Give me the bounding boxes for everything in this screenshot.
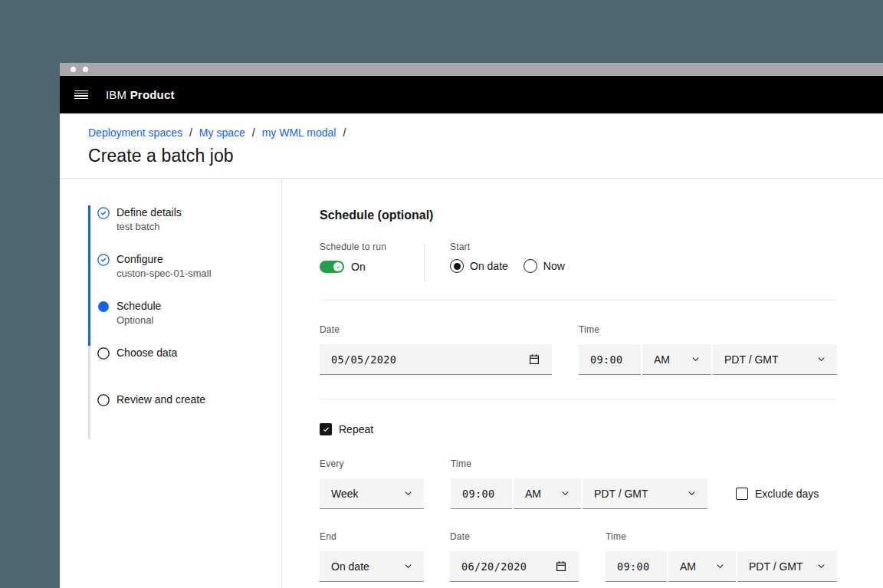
radio-label: Now: [543, 260, 565, 272]
step-configure[interactable]: Configure custon-spec-01-small: [88, 252, 281, 299]
schedule-to-run-label: Schedule to run: [320, 241, 424, 252]
end-label: End: [320, 531, 424, 542]
repeat-time-input[interactable]: 09:00: [451, 478, 512, 509]
timezone-value: PDT / GMT: [594, 488, 648, 500]
breadcrumb-my-wml-modal[interactable]: my WML modal: [262, 126, 336, 139]
breadcrumb-separator: /: [189, 126, 192, 139]
chevron-down-icon: [817, 562, 826, 570]
step-label: Review and create: [117, 393, 205, 406]
app-window: IBM Product Deployment spaces / My space…: [60, 63, 883, 588]
step-choose-data[interactable]: Choose data: [88, 346, 281, 393]
step-label: Configure: [117, 253, 212, 266]
every-label: Every: [320, 458, 424, 469]
breadcrumb-separator: /: [343, 126, 346, 139]
empty-circle-icon: [97, 394, 110, 406]
schedule-toggle[interactable]: [320, 261, 344, 273]
step-label: Define details: [117, 206, 182, 219]
section-heading: Schedule (optional): [320, 209, 837, 222]
page-title: Create a batch job: [88, 146, 883, 166]
time-value: 09:00: [617, 560, 650, 573]
step-define-details[interactable]: Define details test batch: [88, 205, 281, 252]
window-titlebar[interactable]: [60, 63, 883, 76]
repeat-meridiem-select[interactable]: AM: [514, 478, 581, 509]
end-time-input[interactable]: 09:00: [606, 551, 667, 582]
brand-prefix: IBM: [106, 88, 130, 101]
breadcrumb-deployment-spaces[interactable]: Deployment spaces: [88, 126, 182, 139]
meridiem-value: AM: [525, 488, 541, 500]
window-control-dot[interactable]: [71, 67, 76, 72]
step-label: Schedule: [117, 300, 161, 313]
app-header: IBM Product: [60, 76, 883, 113]
every-select[interactable]: Week: [320, 478, 424, 509]
time-value: 09:00: [590, 353, 623, 366]
meridiem-value: AM: [680, 560, 696, 573]
every-value: Week: [331, 488, 359, 500]
repeat-timezone-select[interactable]: PDT / GMT: [583, 478, 707, 509]
chevron-down-icon: [691, 355, 700, 363]
time-label: Time: [606, 531, 837, 542]
exclude-days-row[interactable]: Exclude days: [736, 488, 819, 500]
timezone-value: PDT / GMT: [724, 353, 779, 366]
step-review-and-create[interactable]: Review and create: [88, 393, 281, 439]
start-label: Start: [450, 241, 565, 252]
start-meridiem-select[interactable]: AM: [642, 344, 711, 375]
breadcrumb: Deployment spaces / My space / my WML mo…: [88, 126, 883, 139]
date-value: 06/20/2020: [461, 560, 527, 573]
current-step-dot-icon: [97, 301, 110, 313]
empty-circle-icon: [97, 347, 110, 360]
step-sublabel: test batch: [117, 221, 182, 232]
schedule-form: Schedule (optional) Schedule to run On: [282, 179, 883, 588]
toggle-state-label: On: [351, 261, 366, 273]
repeat-checkbox-row[interactable]: Repeat: [320, 422, 837, 436]
toggle-knob: [333, 262, 343, 271]
end-select[interactable]: On date: [320, 551, 424, 582]
progress-indicator: Define details test batch Configure cust…: [60, 179, 282, 588]
chevron-down-icon: [817, 355, 826, 363]
repeat-checkbox[interactable]: [320, 423, 332, 435]
chevron-down-icon: [688, 489, 696, 498]
end-timezone-select[interactable]: PDT / GMT: [737, 551, 837, 582]
vertical-divider: [424, 244, 425, 282]
exclude-days-label: Exclude days: [755, 488, 819, 500]
end-date-input[interactable]: 06/20/2020: [450, 551, 579, 582]
check-circle-icon: [97, 254, 110, 266]
end-value: On date: [331, 560, 369, 573]
step-sublabel: custon-spec-01-small: [117, 268, 212, 279]
page-header: Deployment spaces / My space / my WML mo…: [60, 113, 883, 179]
radio-on-date[interactable]: On date: [450, 259, 508, 273]
date-label: Date: [320, 324, 552, 335]
time-label: Time: [451, 458, 707, 469]
brand-product-name: Product: [130, 88, 175, 101]
page-content: Deployment spaces / My space / my WML mo…: [60, 113, 883, 588]
start-time-input[interactable]: 09:00: [579, 344, 641, 375]
divider: [320, 399, 837, 399]
meridiem-value: AM: [654, 353, 670, 366]
radio-now[interactable]: Now: [524, 259, 565, 273]
breadcrumb-my-space[interactable]: My space: [199, 126, 245, 139]
brand-logo: IBM Product: [106, 88, 175, 101]
check-circle-icon: [97, 207, 110, 219]
step-schedule-current[interactable]: Schedule Optional: [88, 299, 281, 346]
end-meridiem-select[interactable]: AM: [668, 551, 736, 582]
calendar-icon[interactable]: [528, 353, 540, 366]
start-timezone-select[interactable]: PDT / GMT: [713, 344, 837, 375]
radio-button-icon[interactable]: [450, 259, 464, 273]
chevron-down-icon: [561, 489, 570, 498]
window-control-dot[interactable]: [83, 67, 88, 72]
start-date-input[interactable]: 05/05/2020: [320, 344, 552, 375]
date-label: Date: [450, 531, 579, 542]
exclude-days-checkbox[interactable]: [736, 488, 748, 500]
chevron-down-icon: [716, 562, 724, 570]
chevron-down-icon: [404, 562, 412, 570]
radio-button-icon[interactable]: [524, 259, 537, 273]
hamburger-menu-icon[interactable]: [74, 90, 88, 100]
radio-label: On date: [470, 260, 508, 272]
step-sublabel: Optional: [117, 314, 161, 326]
time-label: Time: [579, 324, 837, 335]
start-radio-group: On date Now: [450, 258, 565, 274]
step-label: Choose data: [117, 347, 177, 360]
chevron-down-icon: [404, 489, 412, 498]
timezone-value: PDT / GMT: [749, 560, 803, 573]
calendar-icon[interactable]: [555, 560, 567, 573]
breadcrumb-separator: /: [252, 126, 255, 139]
